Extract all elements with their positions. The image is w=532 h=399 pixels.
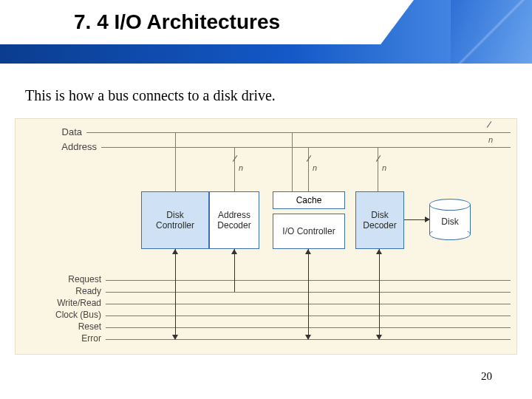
ctrl-request-label: Request xyxy=(36,274,101,284)
ctrl-conn-disk-controller xyxy=(175,249,176,339)
cache-box: Cache xyxy=(273,191,345,209)
ctrl-conn-io-up xyxy=(305,249,311,254)
ctrl-clock-label: Clock (Bus) xyxy=(36,310,101,320)
address-decoder-label: Address Decoder xyxy=(217,210,250,231)
data-bus-width-n: n xyxy=(488,135,493,144)
data-drop-disk-controller xyxy=(175,132,176,191)
addr-drop-io-n: n xyxy=(313,163,317,172)
disk-decoder-to-disk-line xyxy=(404,219,426,220)
page-number: 20 xyxy=(481,370,492,383)
ctrl-error-label: Error xyxy=(36,333,101,344)
title-corner-decor xyxy=(451,0,532,64)
ctrl-conn-disk-controller-up xyxy=(172,249,178,254)
cache-label: Cache xyxy=(296,195,322,205)
addr-drop-diskdec-n: n xyxy=(382,163,386,172)
address-bus-label: Address xyxy=(47,141,97,152)
addr-drop-decoder-n: n xyxy=(239,163,243,172)
disk-controller-label: Disk Controller xyxy=(156,210,194,231)
disk-decoder-label: Disk Decoder xyxy=(363,210,396,231)
ctrl-conn-disk-controller-down xyxy=(172,335,178,340)
io-controller-label: I/O Controller xyxy=(282,226,335,236)
ctrl-conn-diskdec-down xyxy=(376,335,382,340)
figure: Data Address n n n n Disk Controller Add… xyxy=(15,118,517,355)
disk-controller-box: Disk Controller xyxy=(141,191,209,249)
data-bus-label: Data xyxy=(47,126,82,137)
address-bus-line xyxy=(101,147,511,148)
io-controller-box: I/O Controller xyxy=(273,214,345,249)
ctrl-ready-label: Ready xyxy=(36,286,101,296)
ctrl-conn-io xyxy=(308,249,309,339)
slide-caption: This is how a bus connects to a disk dri… xyxy=(25,87,276,104)
ctrl-reset-label: Reset xyxy=(36,321,101,332)
address-decoder-box: Address Decoder xyxy=(209,191,259,249)
disk-decoder-to-disk-arrow xyxy=(425,216,430,222)
slide-title: 7. 4 I/O Architectures xyxy=(74,10,280,34)
ctrl-conn-diskdec-up xyxy=(376,249,382,254)
slide: 7. 4 I/O Architectures This is how a bus… xyxy=(0,0,532,399)
data-drop-io xyxy=(292,132,293,191)
ctrl-conn-diskdec xyxy=(379,249,380,339)
disk-label: Disk xyxy=(429,216,471,227)
ctrl-writeread-label: Write/Read xyxy=(36,298,101,308)
disk-decoder-box: Disk Decoder xyxy=(355,191,404,249)
ctrl-conn-addr-decoder xyxy=(234,249,235,292)
data-bus-line xyxy=(86,132,511,133)
ctrl-conn-io-down xyxy=(305,335,311,340)
ctrl-conn-addr-decoder-up xyxy=(231,249,237,254)
